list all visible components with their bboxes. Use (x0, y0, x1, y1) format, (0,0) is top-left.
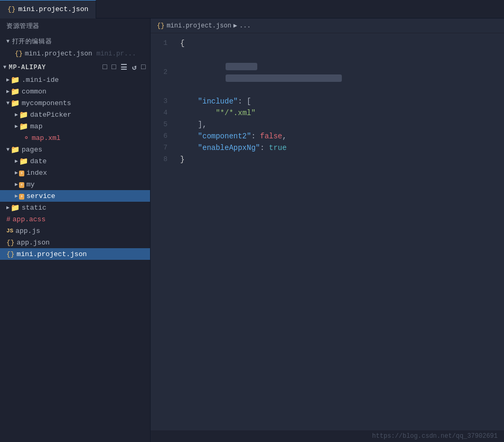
tree-item-mini-project-json[interactable]: {} mini.project.json (0, 248, 150, 260)
open-file-name: mini.project.json (25, 50, 92, 58)
new-folder-icon[interactable]: □ (111, 63, 116, 72)
tree-item-app-js[interactable]: JS app.js (0, 225, 150, 237)
project-name: MP-ALIPAY (9, 64, 46, 71)
tree-label-static: static (22, 204, 46, 212)
tree-label-datepicker: datePicker (30, 111, 71, 119)
line-content-7: "enableAppxNg": true (176, 142, 287, 154)
folder-icon-datepicker: 📁 (19, 110, 28, 119)
json-icon-app-json: {} (6, 239, 15, 247)
code-line-8: 8 } (151, 154, 504, 165)
line-num-2: 2 (151, 67, 176, 78)
tree-item-date[interactable]: ▶ 📁 date (0, 155, 150, 167)
json-icon-mini-project: {} (6, 250, 15, 258)
tree-item-my[interactable]: ▶ ⚡ my (0, 178, 150, 190)
folder-icon-mycomponents: 📁 (11, 99, 20, 108)
explorer-header: ▼ MP-ALIPAY □ □ ☰ ↺ □ (0, 61, 150, 74)
chevron-common: ▶ (6, 88, 10, 95)
code-line-5: 5 ], (151, 119, 504, 130)
rss-icon-map-xml: ⚬ (23, 134, 30, 143)
breadcrumb-arrow: ▶ (234, 22, 237, 30)
tab-label: mini.project.json (18, 5, 89, 13)
editor-breadcrumb: {} mini.project.json ▶ ... (151, 18, 504, 33)
line-content-2 (176, 49, 343, 96)
tree-item-mini-ide[interactable]: ▶ 📁 .mini-ide (0, 74, 150, 86)
line-content-3: "include": [ (176, 96, 251, 107)
tree-label-pages: pages (22, 146, 42, 154)
tree-item-datepicker[interactable]: ▶ 📁 datePicker (0, 109, 150, 120)
folder-icon-map: 📁 (19, 122, 28, 131)
collapse-icon[interactable]: ↺ (132, 63, 137, 72)
line-content-1: { (176, 37, 184, 49)
open-file-icon: {} (15, 50, 23, 58)
tree-item-service[interactable]: ▶ ⚡ service (0, 190, 150, 202)
breadcrumb-icon: {} (157, 22, 164, 30)
footer-watermark: https://blog.csdn.net/qq_37902691 (151, 430, 504, 442)
open-file-item[interactable]: {} mini.project.json mini.pr... (11, 49, 150, 59)
line-num-7: 7 (151, 142, 176, 154)
folder-icon-mini-ide: 📁 (11, 76, 20, 84)
folder-icon-index: ⚡ (19, 169, 24, 177)
chevron-index: ▶ (15, 170, 18, 176)
chevron-datepicker: ▶ (15, 111, 18, 118)
code-line-1: 1 { (151, 37, 504, 49)
tree-item-static[interactable]: ▶ 📁 static (0, 202, 150, 213)
blur-1 (226, 63, 257, 70)
tab-mini-project-json[interactable]: {} mini.project.json (0, 0, 96, 18)
line-num-3: 3 (151, 96, 176, 107)
open-file-extra: mini.pr... (97, 50, 136, 58)
open-editors-header[interactable]: ▼ 打开的编辑器 (0, 34, 150, 49)
chevron-pages: ▼ (6, 147, 10, 153)
open-editors-files: {} mini.project.json mini.pr... (0, 49, 150, 61)
folder-icon-date: 📁 (19, 157, 28, 166)
line-num-6: 6 (151, 130, 176, 142)
main-layout: 资源管理器 ▼ 打开的编辑器 {} mini.project.json mini… (0, 18, 504, 442)
blur-2 (226, 74, 342, 82)
tree-item-app-acss[interactable]: # app.acss (0, 213, 150, 225)
tree-label-date: date (30, 157, 46, 165)
line-num-8: 8 (151, 154, 176, 165)
code-line-4: 4 "*/*.xml" (151, 107, 504, 119)
sidebar: 资源管理器 ▼ 打开的编辑器 {} mini.project.json mini… (0, 18, 151, 442)
tree-item-pages[interactable]: ▼ 📁 pages (0, 144, 150, 155)
editor-area: {} mini.project.json ▶ ... 1 { 2 3 (151, 18, 504, 442)
editor-content[interactable]: 1 { 2 3 "include": [ 4 "*/*.xml" (151, 33, 504, 430)
tree-item-mycomponents[interactable]: ▼ 📁 mycomponents (0, 97, 150, 109)
tree-label-app-acss: app.acss (13, 215, 45, 223)
tree-label-map-xml: map.xml (32, 134, 61, 142)
line-content-8: } (176, 154, 184, 165)
folder-icon-common: 📁 (11, 87, 20, 96)
code-line-3: 3 "include": [ (151, 96, 504, 107)
project-chevron: ▼ (3, 64, 7, 70)
more-icon[interactable]: □ (141, 63, 146, 72)
code-line-6: 6 "component2": false, (151, 130, 504, 142)
new-file-icon[interactable]: □ (102, 63, 107, 72)
tree-label-app-js: app.js (15, 227, 40, 235)
tree-label-mini-ide: .mini-ide (22, 76, 59, 84)
tree-item-map[interactable]: ▶ 📁 map (0, 120, 150, 132)
line-num-5: 5 (151, 119, 176, 130)
chevron-map: ▶ (15, 123, 18, 129)
tree-label-map: map (30, 123, 42, 130)
explorer-toolbar: □ □ ☰ ↺ □ (102, 63, 146, 72)
explorer-title: 资源管理器 (0, 18, 150, 34)
tree-label-index: index (26, 169, 47, 177)
line-num-4: 4 (151, 107, 176, 119)
tree-item-app-json[interactable]: {} app.json (0, 237, 150, 248)
hash-icon-app-acss: # (6, 215, 11, 223)
tab-bar: {} mini.project.json (0, 0, 504, 18)
folder-icon-service: ⚡ (19, 192, 24, 200)
refresh-icon[interactable]: ☰ (120, 63, 128, 72)
tree-label-service: service (26, 192, 55, 200)
tree-item-map-xml[interactable]: ⚬ map.xml (0, 132, 150, 144)
file-tree: ▶ 📁 .mini-ide ▶ 📁 common ▼ 📁 mycomponent… (0, 74, 150, 442)
open-editors-chevron: ▼ (6, 39, 10, 44)
tree-item-index[interactable]: ▶ ⚡ index (0, 167, 150, 178)
tree-item-common[interactable]: ▶ 📁 common (0, 86, 150, 97)
breadcrumb-context: ... (239, 22, 251, 30)
chevron-mini-ide: ▶ (6, 77, 10, 83)
chevron-date: ▶ (15, 158, 18, 164)
folder-icon-pages: 📁 (11, 145, 20, 154)
chevron-static: ▶ (6, 204, 10, 211)
js-icon-app-js: JS (6, 228, 13, 234)
tree-label-mycomponents: mycomponents (22, 99, 71, 107)
